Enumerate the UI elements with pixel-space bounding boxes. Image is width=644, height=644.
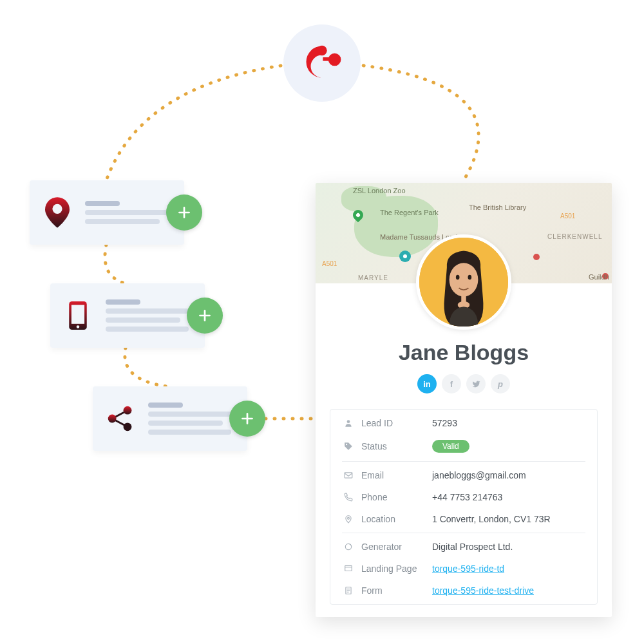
detail-generator: Generator Digital Prospect Ltd. — [342, 536, 585, 558]
map-label: Guildh — [589, 273, 609, 281]
share-icon — [104, 402, 137, 435]
form-link[interactable]: torque-595-ride-test-drive — [432, 585, 534, 596]
map-label: The British Library — [469, 204, 526, 211]
add-button[interactable] — [229, 401, 265, 437]
svg-point-14 — [450, 263, 478, 296]
phone-icon — [342, 493, 355, 502]
brand-logo-icon — [299, 39, 345, 87]
detail-landing-page: Landing Page torque-595-ride-td — [342, 558, 585, 580]
source-card-share — [93, 386, 247, 451]
placeholder-lines — [148, 399, 236, 439]
generator-icon — [342, 542, 355, 551]
social-buttons: in f p — [316, 374, 612, 393]
map-marker-icon — [399, 251, 411, 262]
detail-email: Email janebloggs@gmail.com — [342, 464, 585, 486]
svg-point-15 — [456, 275, 460, 279]
map-label: CLERKENWELL — [547, 233, 602, 240]
svg-point-18 — [347, 420, 350, 423]
svg-point-11 — [124, 422, 132, 431]
form-icon — [342, 586, 355, 595]
map-dot-icon — [533, 254, 540, 260]
detail-phone: Phone +44 7753 214763 — [342, 486, 585, 508]
map-road-label: A501 — [560, 213, 575, 220]
add-button[interactable] — [166, 194, 202, 231]
add-button[interactable] — [187, 298, 223, 334]
location-pin-icon — [41, 196, 73, 229]
status-badge: Valid — [432, 440, 469, 453]
placeholder-lines — [85, 197, 173, 228]
map-label: The Regent's Park — [380, 209, 439, 216]
location-icon — [342, 515, 355, 524]
mobile-phone-icon — [62, 299, 94, 332]
svg-rect-2 — [323, 57, 332, 61]
svg-point-21 — [348, 517, 350, 519]
avatar — [416, 234, 511, 330]
detail-form: Form torque-595-ride-test-drive — [342, 580, 585, 601]
landing-page-icon — [342, 564, 355, 573]
svg-point-9 — [124, 406, 132, 415]
detail-lead-id: Lead ID 57293 — [342, 412, 585, 434]
pinterest-button[interactable]: p — [491, 374, 510, 393]
email-icon — [342, 471, 355, 480]
placeholder-lines — [106, 296, 193, 336]
twitter-button[interactable] — [466, 374, 486, 393]
svg-point-19 — [346, 444, 347, 445]
svg-point-0 — [317, 46, 327, 55]
facebook-button[interactable]: f — [442, 374, 461, 393]
svg-rect-5 — [71, 305, 84, 324]
svg-rect-23 — [345, 565, 352, 571]
svg-rect-20 — [345, 473, 352, 478]
svg-point-6 — [77, 325, 80, 328]
svg-point-16 — [468, 275, 472, 279]
map-label: ZSL London Zoo — [353, 187, 406, 194]
map-label: MARYLE — [358, 274, 388, 281]
brand-logo — [283, 24, 361, 102]
profile-name: Jane Bloggs — [316, 340, 612, 365]
source-card-location — [30, 180, 184, 245]
svg-point-10 — [108, 415, 117, 423]
svg-point-3 — [52, 204, 62, 214]
tag-icon — [342, 442, 355, 451]
landing-page-link[interactable]: torque-595-ride-td — [432, 564, 504, 574]
profile-details: Lead ID 57293 Status Valid Email janeblo… — [330, 409, 598, 605]
map-road-label: A501 — [322, 260, 337, 267]
person-icon — [342, 419, 355, 428]
profile-card: ZSL London Zoo The Regent's Park Madame … — [316, 183, 612, 617]
source-card-phone — [50, 283, 205, 348]
detail-status: Status Valid — [342, 434, 585, 459]
linkedin-button[interactable]: in — [417, 374, 437, 393]
detail-location: Location 1 Convertr, London, CV1 73R — [342, 508, 585, 530]
